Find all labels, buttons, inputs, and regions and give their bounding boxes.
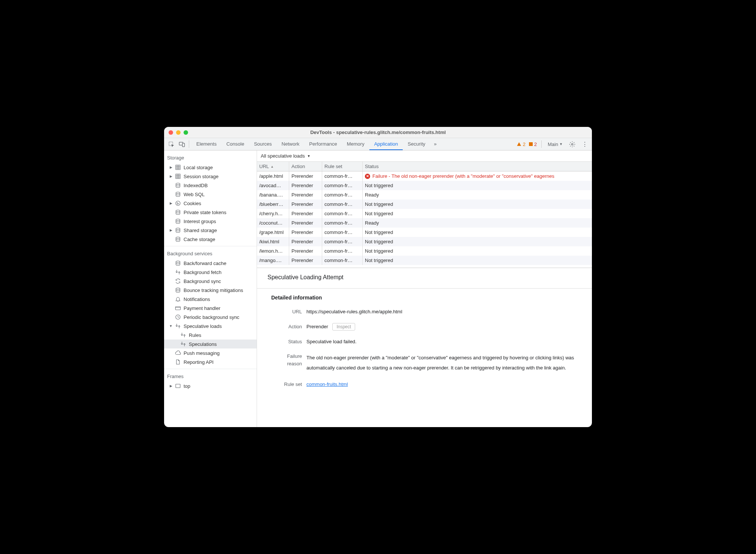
column-action[interactable]: Action	[289, 162, 322, 171]
db-icon	[175, 182, 181, 188]
cell-status: Not triggered	[363, 200, 592, 209]
detail-url-label: URL	[271, 308, 306, 316]
filter-bar: All speculative loads ▼	[257, 150, 592, 162]
sidebar-item-notifications[interactable]: Notifications	[164, 295, 257, 304]
table-body[interactable]: /apple.htmlPrerendercommon-fr…✕Failure -…	[257, 171, 592, 268]
cell-status: Ready	[363, 190, 592, 200]
tab-application[interactable]: Application	[369, 138, 403, 150]
table-row[interactable]: /lemon.h…Prerendercommon-fr…Not triggere…	[257, 246, 592, 256]
speculation-details: Speculative Loading Attempt Detailed inf…	[257, 268, 592, 427]
sidebar-item-label: Interest groups	[184, 219, 216, 224]
minimize-window-button[interactable]	[176, 130, 181, 135]
table-row[interactable]: /banana.…Prerendercommon-fr…Ready	[257, 190, 592, 200]
detail-reason-label: Failure reason	[271, 353, 306, 367]
maximize-window-button[interactable]	[184, 130, 188, 135]
cell-status: Not triggered	[363, 228, 592, 237]
table-row[interactable]: /mango.…Prerendercommon-fr…Not triggered	[257, 256, 592, 265]
sidebar-item-label: Private state tokens	[184, 210, 226, 215]
settings-icon[interactable]	[567, 139, 577, 149]
table-header: URL ▲ Action Rule set Status	[257, 162, 592, 171]
card-icon	[175, 305, 181, 311]
sidebar-item-bounce-tracking-mitigations[interactable]: Bounce tracking mitigations	[164, 286, 257, 295]
cell-ruleset: common-fr…	[322, 218, 363, 228]
fetch-icon	[180, 332, 187, 338]
svg-rect-3	[529, 142, 533, 146]
expander-closed-icon: ▶	[169, 201, 172, 205]
sidebar-item-private-state-tokens[interactable]: Private state tokens	[164, 208, 257, 217]
sidebar-item-session-storage[interactable]: ▶Session storage	[164, 172, 257, 181]
cell-status: Not triggered	[363, 181, 592, 190]
error-icon: ✕	[365, 174, 370, 179]
speculative-loads-filter[interactable]: All speculative loads ▼	[261, 153, 311, 159]
tab-memory[interactable]: Memory	[342, 138, 369, 150]
sidebar-item-payment-handler[interactable]: Payment handler	[164, 304, 257, 313]
errors-indicator[interactable]: 2	[529, 141, 537, 147]
sidebar-item-interest-groups[interactable]: Interest groups	[164, 217, 257, 226]
sidebar-item-label: Rules	[189, 332, 201, 338]
sidebar-item-reporting-api[interactable]: Reporting API	[164, 357, 257, 366]
cell-ruleset: common-fr…	[322, 190, 363, 200]
more-options-icon[interactable]: ⋮	[580, 139, 590, 149]
tab-security[interactable]: Security	[403, 138, 430, 150]
column-ruleset[interactable]: Rule set	[322, 162, 363, 171]
traffic-lights	[169, 130, 188, 135]
sidebar-item-speculations[interactable]: Speculations	[164, 340, 257, 348]
sidebar-item-background-fetch[interactable]: Background fetch	[164, 268, 257, 277]
sidebar-item-shared-storage[interactable]: ▶Shared storage	[164, 226, 257, 235]
tab-elements[interactable]: Elements	[191, 138, 221, 150]
cell-url: /blueberr…	[257, 200, 289, 209]
main-toolbar: ElementsConsoleSourcesNetworkPerformance…	[164, 138, 592, 150]
cell-action: Prerender	[289, 209, 322, 218]
sidebar-item-rules[interactable]: Rules	[164, 331, 257, 340]
cell-action: Prerender	[289, 200, 322, 209]
warnings-indicator[interactable]: 2	[517, 141, 525, 147]
sidebar-item-label: Local storage	[184, 165, 213, 170]
target-label: Main	[548, 141, 558, 147]
sidebar-item-cookies[interactable]: ▶Cookies	[164, 199, 257, 208]
table-row[interactable]: /apple.htmlPrerendercommon-fr…✕Failure -…	[257, 171, 592, 181]
expander-closed-icon: ▶	[169, 165, 172, 169]
ruleset-link[interactable]: common-fruits.html	[306, 381, 348, 387]
detail-action-label: Action	[271, 323, 306, 331]
sidebar-item-indexeddb[interactable]: IndexedDB	[164, 181, 257, 190]
target-selector[interactable]: Main ▼	[546, 141, 564, 147]
cell-action: Prerender	[289, 181, 322, 190]
cell-ruleset: common-fr…	[322, 209, 363, 218]
sidebar-item-local-storage[interactable]: ▶Local storage	[164, 163, 257, 172]
tab-console[interactable]: Console	[221, 138, 249, 150]
sidebar-item-web-sql[interactable]: Web SQL	[164, 190, 257, 199]
close-window-button[interactable]	[169, 130, 173, 135]
expander-closed-icon: ▶	[169, 228, 172, 232]
filter-label: All speculative loads	[261, 153, 305, 159]
sidebar-item-top[interactable]: ▶top	[164, 381, 257, 390]
table-row[interactable]: /blueberr…Prerendercommon-fr…Not trigger…	[257, 200, 592, 209]
table-row[interactable]: /cherry.h…Prerendercommon-fr…Not trigger…	[257, 209, 592, 218]
sidebar-item-periodic-background-sync[interactable]: Periodic background sync	[164, 313, 257, 322]
svg-point-17	[176, 201, 180, 206]
sidebar-item-cache-storage[interactable]: Cache storage	[164, 235, 257, 244]
divider	[164, 246, 257, 246]
tab-performance[interactable]: Performance	[304, 138, 342, 150]
separator	[541, 140, 542, 148]
sidebar-item-label: Shared storage	[184, 228, 217, 233]
table-row[interactable]: /coconut…Prerendercommon-fr…Ready	[257, 218, 592, 228]
more-tabs-button[interactable]: »	[431, 141, 439, 147]
chevron-down-icon: ▼	[307, 154, 311, 158]
detail-url-value: https://speculative-rules.glitch.me/appl…	[306, 308, 584, 316]
inspect-element-icon[interactable]	[166, 139, 176, 149]
divider	[257, 288, 592, 289]
sidebar-item-speculative-loads[interactable]: ▼Speculative loads	[164, 322, 257, 331]
device-toggle-icon[interactable]	[177, 139, 187, 149]
tab-network[interactable]: Network	[277, 138, 305, 150]
inspect-button[interactable]: Inspect	[332, 323, 355, 331]
tab-sources[interactable]: Sources	[249, 138, 277, 150]
table-row[interactable]: /avocad…Prerendercommon-fr…Not triggered	[257, 181, 592, 190]
cell-status: Ready	[363, 218, 592, 228]
sidebar-item-background-sync[interactable]: Background sync	[164, 277, 257, 286]
sidebar-item-push-messaging[interactable]: Push messaging	[164, 348, 257, 357]
table-row[interactable]: /kiwi.htmlPrerendercommon-fr…Not trigger…	[257, 237, 592, 246]
sidebar-item-back-forward-cache[interactable]: Back/forward cache	[164, 259, 257, 268]
column-status[interactable]: Status	[363, 162, 592, 171]
table-row[interactable]: /grape.htmlPrerendercommon-fr…Not trigge…	[257, 228, 592, 237]
column-url[interactable]: URL ▲	[257, 162, 289, 171]
